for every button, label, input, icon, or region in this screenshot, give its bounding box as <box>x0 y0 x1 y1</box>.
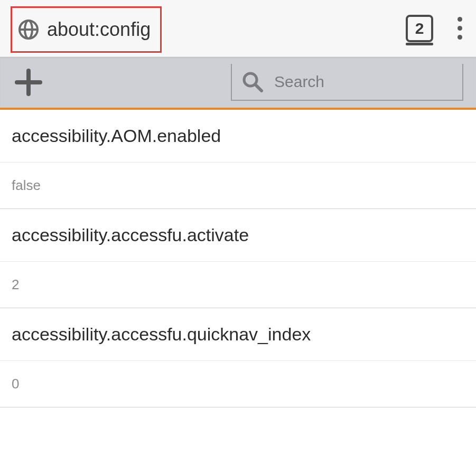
tab-count-value: 2 <box>415 20 424 37</box>
browser-top-bar: about:config 2 <box>0 0 476 57</box>
config-toolbar <box>0 57 476 110</box>
pref-value[interactable]: 0 <box>0 361 476 407</box>
svg-line-6 <box>255 84 262 91</box>
pref-value[interactable]: false <box>0 163 476 209</box>
pref-list[interactable]: accessibility.AOM.enabled false accessib… <box>0 110 476 407</box>
search-input[interactable] <box>274 73 475 91</box>
pref-value[interactable]: 2 <box>0 262 476 308</box>
tab-count-button[interactable]: 2 <box>406 15 433 42</box>
url-text[interactable]: about:config <box>47 18 151 41</box>
url-bar[interactable]: about:config <box>11 6 162 53</box>
search-field-wrap[interactable] <box>231 64 463 101</box>
overflow-menu-icon[interactable] <box>454 14 465 43</box>
globe-icon <box>17 18 40 41</box>
search-icon <box>241 71 264 93</box>
pref-name[interactable]: accessibility.accessfu.quicknav_index <box>0 308 476 361</box>
pref-name[interactable]: accessibility.AOM.enabled <box>0 110 476 163</box>
pref-name[interactable]: accessibility.accessfu.activate <box>0 209 476 262</box>
add-pref-button[interactable] <box>13 66 44 98</box>
